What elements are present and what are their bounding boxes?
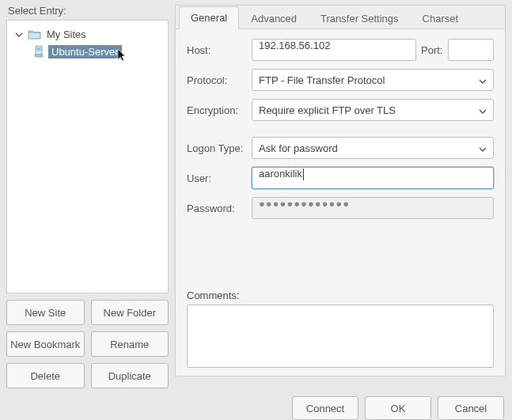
select-entry-label: Select Entry: bbox=[8, 5, 169, 17]
left-button-grid: New Site New Folder New Bookmark Rename … bbox=[6, 300, 169, 388]
dialog-footer: Connect OK Cancel bbox=[6, 396, 506, 420]
tab-advanced[interactable]: Advanced bbox=[239, 7, 309, 29]
connect-label: Connect bbox=[306, 403, 344, 414]
collapse-icon[interactable] bbox=[15, 29, 25, 39]
tree-item-ubuntu-server[interactable]: Ubuntu-Server bbox=[34, 43, 165, 60]
tree-root-label: My Sites bbox=[44, 28, 89, 41]
cancel-button[interactable]: Cancel bbox=[438, 396, 504, 420]
text-caret bbox=[303, 168, 304, 180]
tab-transfer-label: Transfer Settings bbox=[320, 13, 399, 25]
user-label: User: bbox=[187, 172, 252, 184]
encryption-label: Encryption: bbox=[187, 104, 252, 116]
host-label: Host: bbox=[187, 44, 252, 56]
new-site-label: New Site bbox=[25, 307, 66, 319]
site-tree[interactable]: My Sites Ubuntu-Server bbox=[6, 20, 169, 293]
new-bookmark-button[interactable]: New Bookmark bbox=[6, 331, 85, 357]
host-input[interactable]: 192.168.56.102 bbox=[252, 39, 416, 61]
new-site-button[interactable]: New Site bbox=[6, 300, 85, 325]
logon-type-select[interactable]: Ask for password bbox=[252, 137, 494, 159]
password-input: ●●●●●●●●●●●●● bbox=[252, 197, 494, 219]
chevron-down-icon bbox=[479, 104, 487, 116]
host-value: 192.168.56.102 bbox=[259, 40, 330, 51]
svg-rect-0 bbox=[36, 46, 42, 55]
rename-label: Rename bbox=[110, 339, 149, 350]
left-pane: Select Entry: My Sites bbox=[6, 5, 169, 388]
tab-general[interactable]: General bbox=[179, 6, 239, 29]
rename-button[interactable]: Rename bbox=[91, 331, 169, 357]
connect-button[interactable]: Connect bbox=[292, 396, 358, 420]
user-value: aaronkilik bbox=[259, 168, 302, 180]
right-pane: General Advanced Transfer Settings Chars… bbox=[175, 5, 506, 376]
password-value: ●●●●●●●●●●●●● bbox=[259, 198, 350, 210]
port-label: Port: bbox=[421, 44, 448, 56]
password-label: Password: bbox=[187, 202, 252, 214]
cancel-label: Cancel bbox=[455, 403, 487, 414]
comments-label: Comments: bbox=[187, 289, 494, 301]
new-bookmark-label: New Bookmark bbox=[10, 339, 80, 350]
new-folder-label: New Folder bbox=[104, 307, 156, 319]
duplicate-label: Duplicate bbox=[108, 370, 151, 382]
site-manager-window: Select Entry: My Sites bbox=[0, 0, 512, 420]
tab-bar: General Advanced Transfer Settings Chars… bbox=[176, 6, 505, 29]
new-folder-button[interactable]: New Folder bbox=[91, 300, 169, 325]
delete-button[interactable]: Delete bbox=[6, 363, 85, 388]
tab-general-label: General bbox=[191, 12, 227, 24]
tab-transfer-settings[interactable]: Transfer Settings bbox=[309, 7, 411, 29]
cursor-icon bbox=[117, 48, 128, 65]
port-input[interactable] bbox=[448, 39, 494, 61]
encryption-select[interactable]: Require explicit FTP over TLS bbox=[252, 99, 494, 121]
user-input[interactable]: aaronkilik bbox=[252, 167, 494, 189]
chevron-down-icon bbox=[479, 74, 487, 86]
tree-item-label: Ubuntu-Server bbox=[48, 45, 122, 59]
chevron-down-icon bbox=[479, 142, 487, 154]
tab-advanced-label: Advanced bbox=[251, 13, 297, 25]
svg-rect-1 bbox=[35, 55, 43, 57]
protocol-label: Protocol: bbox=[187, 74, 252, 86]
folder-icon bbox=[28, 28, 40, 40]
general-form: Host: 192.168.56.102 Port: Protocol: FTP… bbox=[176, 29, 505, 376]
logon-type-label: Logon Type: bbox=[187, 142, 252, 154]
protocol-value: FTP - File Transfer Protocol bbox=[259, 74, 385, 86]
delete-label: Delete bbox=[30, 370, 60, 382]
logon-type-value: Ask for password bbox=[259, 142, 338, 154]
tree-root-my-sites[interactable]: My Sites bbox=[10, 25, 165, 43]
tab-charset[interactable]: Charset bbox=[411, 7, 471, 29]
server-icon bbox=[34, 45, 45, 58]
encryption-value: Require explicit FTP over TLS bbox=[259, 104, 396, 116]
protocol-select[interactable]: FTP - File Transfer Protocol bbox=[252, 69, 494, 91]
ok-button[interactable]: OK bbox=[365, 396, 431, 420]
tab-charset-label: Charset bbox=[423, 13, 459, 25]
svg-rect-2 bbox=[37, 47, 41, 51]
duplicate-button[interactable]: Duplicate bbox=[91, 363, 169, 388]
ok-label: OK bbox=[391, 403, 406, 414]
comments-textarea[interactable] bbox=[187, 305, 494, 369]
